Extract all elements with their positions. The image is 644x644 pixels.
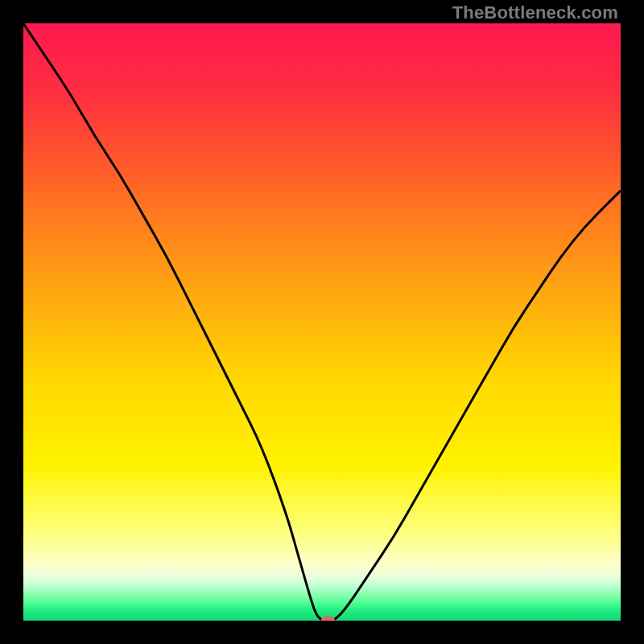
chart-frame: TheBottleneck.com bbox=[0, 0, 644, 644]
plot-area bbox=[23, 23, 621, 621]
chart-svg bbox=[23, 23, 621, 621]
watermark-text: TheBottleneck.com bbox=[452, 2, 618, 23]
chart-background bbox=[23, 23, 621, 621]
